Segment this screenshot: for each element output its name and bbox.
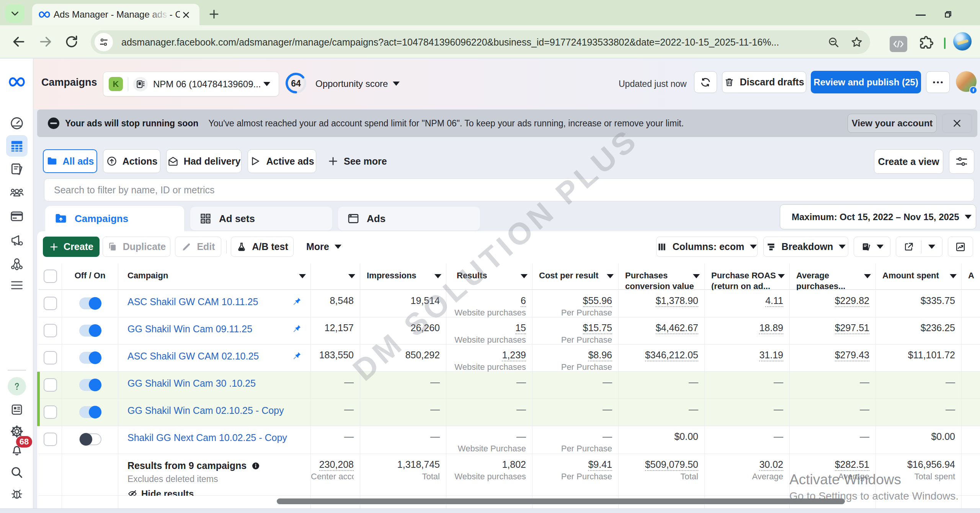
view-settings-button[interactable] — [949, 149, 974, 174]
window-minimize-button[interactable] — [916, 11, 926, 16]
cost-sort-caret[interactable] — [607, 274, 614, 278]
ab-test-button[interactable]: A/B test — [231, 237, 294, 257]
sidebar-item-report-bug[interactable] — [6, 483, 28, 505]
row-checkbox[interactable] — [44, 297, 57, 310]
pin-icon[interactable] — [292, 351, 302, 361]
discard-drafts-button[interactable]: Discard drafts — [722, 71, 806, 93]
opportunity-score-label[interactable]: Opportunity score — [315, 78, 388, 89]
sidebar-item-account-overview[interactable] — [6, 113, 28, 134]
filter-active-ads[interactable]: Active ads — [248, 149, 316, 173]
sidebar-item-audiences[interactable] — [6, 182, 28, 204]
impressions-sort-caret[interactable] — [434, 274, 441, 278]
opportunity-caret-icon[interactable] — [393, 82, 400, 86]
zoom-icon[interactable] — [828, 36, 840, 49]
horizontal-scrollbar[interactable] — [277, 498, 845, 504]
header-value[interactable]: Purchases conversion value — [619, 263, 705, 289]
browser-tab[interactable]: Ads Manager - Manage ads - C — [32, 4, 199, 25]
sidebar-item-all-tools[interactable] — [6, 274, 28, 296]
tab-search-button[interactable] — [5, 4, 24, 23]
pin-icon[interactable] — [292, 296, 302, 306]
duplicate-button[interactable]: Duplicate — [103, 237, 170, 257]
edit-button[interactable]: Edit — [175, 237, 221, 257]
header-avg[interactable]: Average purchases... — [790, 263, 876, 289]
header-impressions[interactable]: Impressions — [360, 263, 446, 289]
header-results[interactable]: Results — [446, 263, 532, 289]
campaign-link[interactable]: GG Shakil Win Cam 30 .10.25 — [118, 372, 310, 389]
date-range-selector[interactable]: Maximum: Oct 15, 2022 – Nov 15, 2025 — [780, 204, 976, 229]
more-options-button[interactable] — [926, 71, 950, 93]
url-bar[interactable]: adsmanager.facebook.com/adsmanager/manag… — [91, 30, 870, 54]
row-checkbox[interactable] — [44, 433, 57, 446]
value-sort-caret[interactable] — [693, 274, 700, 278]
campaign-link[interactable]: ASC Shakil GW CAM 10.11.25 — [118, 290, 310, 307]
header-off-on[interactable]: Off / On — [62, 263, 118, 289]
banner-close-button[interactable] — [942, 114, 972, 133]
campaign-toggle[interactable] — [79, 297, 101, 309]
campaign-link[interactable]: ASC Shakil GW CAM 02.10.25 — [118, 345, 310, 362]
forward-icon[interactable] — [38, 34, 53, 49]
export-button-group[interactable] — [896, 237, 942, 257]
sidebar-item-search[interactable] — [6, 462, 28, 483]
tab-close-icon[interactable] — [182, 11, 190, 19]
sidebar-item-business-tools[interactable] — [6, 253, 28, 274]
row-checkbox[interactable] — [44, 324, 57, 337]
header-spent[interactable]: Amount spent — [876, 263, 962, 289]
campaign-sort-caret[interactable] — [299, 274, 306, 278]
campaign-link[interactable]: GG Shakil Win Cam 02.10.25 - Copy — [118, 399, 310, 416]
sidebar-item-campaigns[interactable] — [6, 135, 28, 157]
roas-sort-caret[interactable] — [778, 274, 785, 278]
filter-all-ads[interactable]: All ads — [43, 149, 97, 173]
info-icon[interactable] — [251, 461, 260, 471]
extensions-icon[interactable] — [918, 35, 934, 51]
review-publish-button[interactable]: Review and publish (25) — [811, 71, 921, 93]
more-button[interactable]: More — [306, 237, 341, 257]
sidebar-item-help[interactable] — [8, 377, 26, 395]
pin-icon[interactable] — [292, 323, 302, 333]
sidebar-item-advertising-settings[interactable] — [6, 229, 28, 251]
search-input[interactable] — [54, 185, 937, 196]
reports-button[interactable] — [854, 237, 890, 257]
campaign-toggle[interactable] — [79, 352, 101, 364]
header-campaign[interactable]: Campaign — [118, 263, 311, 289]
campaign-toggle[interactable] — [79, 325, 101, 337]
new-tab-button[interactable] — [208, 8, 220, 20]
breakdown-button[interactable]: Breakdown — [763, 237, 848, 257]
filter-actions[interactable]: Actions — [103, 149, 160, 173]
header-a[interactable]: A — [962, 263, 980, 289]
browser-profile-avatar[interactable] — [953, 32, 972, 51]
avg-sort-caret[interactable] — [864, 274, 871, 278]
header-cost[interactable]: Cost per result — [532, 263, 619, 289]
campaign-link[interactable]: Shakil GG Next Cam 10.02.25 - Copy — [118, 426, 310, 443]
create-view-button[interactable]: Create a view — [874, 149, 943, 174]
tab-campaigns[interactable]: Campaigns — [45, 206, 184, 231]
window-restore-button[interactable] — [942, 9, 952, 19]
campaign-toggle[interactable] — [79, 406, 101, 418]
reload-icon[interactable] — [64, 34, 79, 49]
sidebar-item-ads-reporting[interactable] — [6, 158, 28, 180]
create-button[interactable]: Create — [43, 237, 100, 257]
header-reach[interactable] — [311, 263, 360, 289]
tab-ads[interactable]: Ads — [338, 207, 480, 230]
row-checkbox[interactable] — [44, 405, 57, 419]
chart-button[interactable] — [948, 237, 973, 257]
see-more-button[interactable]: See more — [328, 149, 387, 173]
results-sort-caret[interactable] — [521, 274, 528, 278]
columns-button[interactable]: Columns: ecom — [656, 237, 758, 257]
campaign-toggle[interactable] — [79, 433, 101, 445]
back-icon[interactable] — [11, 34, 26, 49]
spent-sort-caret[interactable] — [950, 274, 957, 278]
bookmark-star-icon[interactable] — [850, 36, 863, 49]
sidebar-item-updates[interactable] — [6, 399, 28, 420]
account-selector[interactable]: K NPM 06 (104784139609... — [103, 72, 279, 96]
header-roas[interactable]: Purchase ROAS (return on ad... — [705, 263, 790, 289]
tab-ad-sets[interactable]: Ad sets — [190, 207, 332, 230]
filter-had-delivery[interactable]: Had delivery — [166, 149, 242, 173]
row-checkbox[interactable] — [44, 378, 57, 392]
sidebar-item-billing[interactable] — [6, 206, 28, 227]
refresh-button[interactable] — [694, 71, 717, 93]
view-account-button[interactable]: View your account — [848, 114, 937, 133]
campaign-toggle[interactable] — [79, 379, 101, 391]
campaign-link[interactable]: GG Shakil Win Cam 09.11.25 — [118, 317, 310, 335]
row-checkbox[interactable] — [44, 351, 57, 364]
select-all-checkbox[interactable] — [44, 270, 57, 283]
